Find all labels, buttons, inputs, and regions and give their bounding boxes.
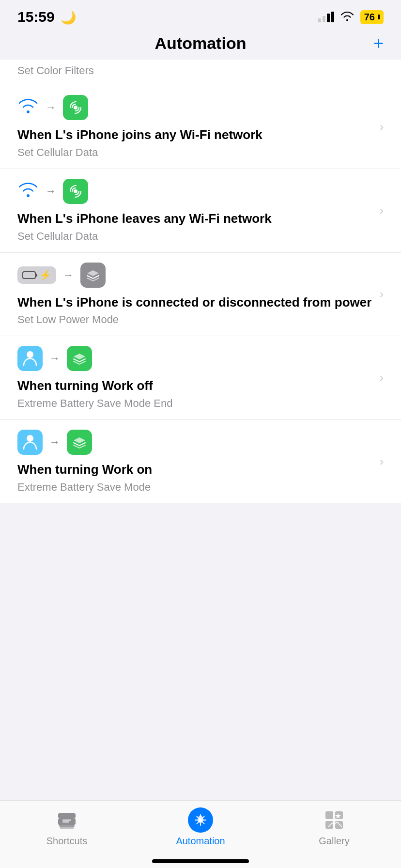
- action-icon-green-layers: [67, 430, 92, 455]
- svg-point-1: [74, 189, 77, 193]
- arrow-icon: →: [49, 436, 60, 449]
- tab-gallery[interactable]: Gallery: [305, 807, 363, 847]
- wifi-icon: [340, 11, 355, 23]
- action-icon-green-radio: [63, 179, 88, 204]
- item-left: → When turning Work off Extreme Battery …: [17, 346, 374, 410]
- battery-trigger-icon: ⚡: [17, 266, 56, 284]
- chevron-right-icon: ›: [380, 455, 384, 468]
- shortcuts-tab-icon: [54, 807, 79, 833]
- chevron-right-icon: ›: [380, 120, 384, 134]
- arrow-icon: →: [63, 269, 74, 281]
- svg-rect-2: [23, 272, 35, 279]
- tab-automation[interactable]: Automation: [171, 807, 230, 847]
- partial-item-text: Set Color Filters: [17, 64, 94, 77]
- item-title: When turning Work on: [17, 462, 374, 478]
- focus-trigger-icon: [17, 430, 43, 455]
- gallery-tab-label: Gallery: [319, 836, 349, 847]
- svg-point-5: [27, 435, 33, 442]
- battery-indicator: 76: [360, 10, 384, 24]
- action-icon-gray-layers: [80, 263, 106, 288]
- automation-item-wifi-leave[interactable]: → When L's iPhone leaves any Wi-Fi netwo…: [0, 169, 401, 253]
- item-subtitle: Set Low Power Mode: [17, 313, 374, 326]
- item-title: When L's iPhone is connected or disconne…: [17, 294, 374, 311]
- action-icon-green-radio: [63, 95, 88, 120]
- automation-tab-label: Automation: [176, 836, 225, 847]
- status-bar: 15:59 🌙 76: [0, 0, 401, 30]
- item-icons-row: →: [17, 179, 374, 204]
- automation-item-wifi-join[interactable]: → When L's iPhone joins any Wi-Fi networ…: [0, 85, 401, 169]
- svg-rect-14: [335, 821, 343, 829]
- chevron-right-icon: ›: [380, 371, 384, 385]
- item-icons-row: →: [17, 95, 374, 120]
- arrow-icon: →: [49, 352, 60, 365]
- item-left: → When L's iPhone joins any Wi-Fi networ…: [17, 95, 374, 159]
- action-icon-green-layers: [67, 346, 92, 371]
- item-title: When L's iPhone joins any Wi-Fi network: [17, 127, 374, 143]
- item-subtitle: Extreme Battery Save Mode: [17, 481, 374, 494]
- shortcuts-tab-label: Shortcuts: [46, 836, 87, 847]
- automation-list: Set Color Filters →: [0, 60, 401, 503]
- item-subtitle: Set Cellular Data: [17, 230, 374, 243]
- content-area: Set Color Filters →: [0, 60, 401, 590]
- item-left: ⚡ → When L's iPhone is connected or disc…: [17, 263, 374, 326]
- tab-bar: Shortcuts Automation: [0, 800, 401, 868]
- item-subtitle: Extreme Battery Save Mode End: [17, 397, 374, 410]
- item-subtitle: Set Cellular Data: [17, 146, 374, 159]
- add-automation-button[interactable]: +: [373, 35, 384, 52]
- automation-item-power[interactable]: ⚡ → When L's iPhone is connected or disc…: [0, 253, 401, 337]
- signal-icon: [318, 12, 334, 22]
- item-left: → When turning Work on Extreme Battery S…: [17, 430, 374, 494]
- tab-shortcuts[interactable]: Shortcuts: [38, 807, 96, 847]
- automation-tab-icon: [188, 807, 213, 833]
- battery-level: 76: [364, 12, 375, 23]
- item-icons-row: →: [17, 430, 374, 455]
- automation-item-work-off[interactable]: → When turning Work off Extreme Battery …: [0, 336, 401, 420]
- svg-rect-11: [325, 811, 333, 819]
- item-title: When L's iPhone leaves any Wi-Fi network: [17, 211, 374, 227]
- wifi-trigger-icon: [17, 98, 39, 117]
- gallery-tab-icon: [322, 807, 347, 833]
- svg-rect-6: [58, 813, 76, 818]
- svg-rect-13: [325, 821, 333, 829]
- arrow-icon: →: [46, 101, 56, 114]
- item-icons-row: ⚡ →: [17, 263, 374, 288]
- partial-item: Set Color Filters: [0, 60, 401, 85]
- chevron-right-icon: ›: [380, 287, 384, 301]
- chevron-right-icon: ›: [380, 204, 384, 217]
- arrow-icon: →: [46, 185, 56, 198]
- home-indicator: [152, 859, 249, 863]
- automation-item-work-on[interactable]: → When turning Work on Extreme Battery S…: [0, 420, 401, 503]
- page-title: Automation: [155, 34, 247, 53]
- item-title: When turning Work off: [17, 378, 374, 394]
- svg-point-4: [27, 351, 33, 358]
- wifi-trigger-icon: [17, 182, 39, 201]
- item-left: → When L's iPhone leaves any Wi-Fi netwo…: [17, 179, 374, 243]
- svg-rect-3: [36, 274, 37, 277]
- item-icons-row: →: [17, 346, 374, 371]
- nav-header: Automation +: [0, 30, 401, 60]
- moon-icon: 🌙: [61, 10, 76, 25]
- status-right: 76: [318, 10, 384, 24]
- status-left: 15:59 🌙: [17, 9, 76, 25]
- focus-trigger-icon: [17, 346, 43, 371]
- svg-point-0: [74, 106, 77, 109]
- svg-point-10: [199, 818, 202, 822]
- status-time: 15:59: [17, 9, 55, 25]
